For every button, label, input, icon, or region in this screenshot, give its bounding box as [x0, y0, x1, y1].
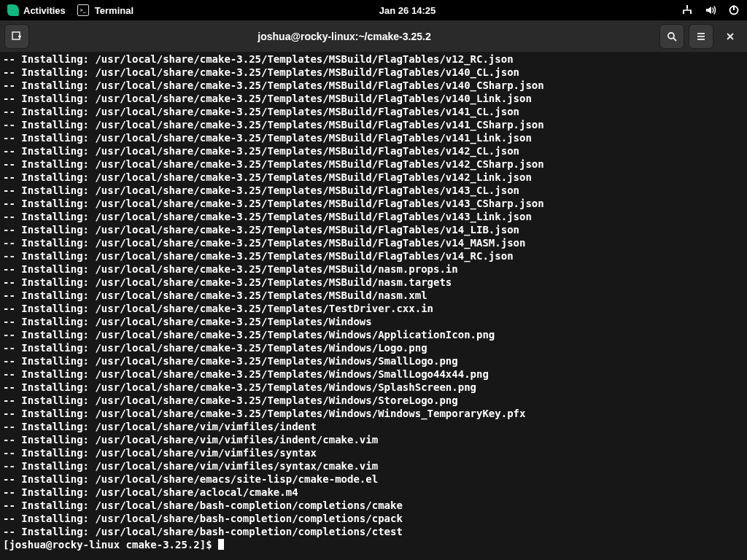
terminal-output-line: -- Installing: /usr/local/share/cmake-3.…	[3, 105, 744, 118]
terminal-output-line: -- Installing: /usr/local/share/cmake-3.…	[3, 223, 744, 236]
terminal-output-line: -- Installing: /usr/local/share/cmake-3.…	[3, 79, 744, 92]
distro-logo-icon	[7, 4, 19, 16]
terminal-output-line: -- Installing: /usr/local/share/vim/vimf…	[3, 459, 744, 472]
terminal-icon: >_	[77, 4, 89, 16]
terminal-output-line: -- Installing: /usr/local/share/cmake-3.…	[3, 131, 744, 144]
activities-label: Activities	[23, 5, 66, 16]
app-menu-label: Terminal	[95, 5, 133, 16]
close-button[interactable]	[718, 24, 743, 49]
terminal-output-line: -- Installing: /usr/local/share/cmake-3.…	[3, 315, 744, 328]
terminal-output-line: -- Installing: /usr/local/share/bash-com…	[3, 512, 744, 525]
terminal-output-line: -- Installing: /usr/local/share/cmake-3.…	[3, 118, 744, 131]
terminal-output-line: -- Installing: /usr/local/share/cmake-3.…	[3, 144, 744, 158]
terminal-viewport[interactable]: -- Installing: /usr/local/share/cmake-3.…	[0, 52, 747, 560]
terminal-output-line: -- Installing: /usr/local/share/cmake-3.…	[3, 262, 744, 276]
svg-rect-5	[12, 32, 20, 39]
terminal-output-line: -- Installing: /usr/local/share/cmake-3.…	[3, 354, 744, 368]
terminal-output-line: -- Installing: /usr/local/share/emacs/si…	[3, 472, 744, 486]
terminal-output-line: -- Installing: /usr/local/share/cmake-3.…	[3, 197, 744, 210]
shell-prompt: [joshua@rocky-linux cmake-3.25.2]$	[3, 539, 218, 551]
terminal-output-line: -- Installing: /usr/local/share/vim/vimf…	[3, 446, 744, 459]
terminal-output-line: -- Installing: /usr/local/share/bash-com…	[3, 525, 744, 538]
svg-rect-2	[690, 11, 692, 14]
new-tab-button[interactable]	[4, 24, 29, 49]
svg-point-8	[668, 33, 674, 39]
terminal-output-line: -- Installing: /usr/local/share/bash-com…	[3, 499, 744, 512]
terminal-output-line: -- Installing: /usr/local/share/cmake-3.…	[3, 249, 744, 262]
terminal-output-line: -- Installing: /usr/local/share/cmake-3.…	[3, 276, 744, 289]
hamburger-menu-button[interactable]	[689, 24, 713, 49]
terminal-output-line: -- Installing: /usr/local/share/cmake-3.…	[3, 210, 744, 223]
svg-line-9	[673, 38, 676, 41]
network-icon[interactable]	[681, 4, 693, 16]
terminal-output-line: -- Installing: /usr/local/share/cmake-3.…	[3, 92, 744, 105]
svg-rect-1	[683, 11, 684, 14]
activities-button[interactable]: Activities	[7, 4, 66, 16]
terminal-output-line: -- Installing: /usr/local/share/aclocal/…	[3, 486, 744, 499]
terminal-output-line: -- Installing: /usr/local/share/cmake-3.…	[3, 381, 744, 394]
app-menu[interactable]: >_ Terminal	[77, 4, 133, 16]
terminal-output-line: -- Installing: /usr/local/share/cmake-3.…	[3, 289, 744, 302]
gnome-top-panel: Activities >_ Terminal Jan 26 14:25	[0, 0, 747, 20]
terminal-output-line: -- Installing: /usr/local/share/vim/vimf…	[3, 420, 744, 433]
terminal-prompt-line[interactable]: [joshua@rocky-linux cmake-3.25.2]$	[3, 538, 744, 551]
terminal-output-line: -- Installing: /usr/local/share/cmake-3.…	[3, 368, 744, 381]
search-button[interactable]	[659, 24, 684, 49]
terminal-output-line: -- Installing: /usr/local/share/cmake-3.…	[3, 171, 744, 184]
terminal-output-line: -- Installing: /usr/local/share/cmake-3.…	[3, 158, 744, 171]
terminal-output-line: -- Installing: /usr/local/share/cmake-3.…	[3, 52, 744, 66]
power-icon[interactable]	[728, 4, 740, 16]
window-title: joshua@rocky-linux:~/cmake-3.25.2	[34, 31, 655, 42]
terminal-output-line: -- Installing: /usr/local/share/cmake-3.…	[3, 394, 744, 407]
volume-icon[interactable]	[705, 4, 716, 16]
terminal-output-line: -- Installing: /usr/local/share/cmake-3.…	[3, 302, 744, 315]
svg-rect-0	[686, 5, 688, 8]
clock[interactable]: Jan 26 14:25	[379, 5, 436, 16]
terminal-output-line: -- Installing: /usr/local/share/cmake-3.…	[3, 66, 744, 79]
terminal-output-line: -- Installing: /usr/local/share/cmake-3.…	[3, 184, 744, 197]
cursor-icon	[218, 539, 224, 550]
terminal-output-line: -- Installing: /usr/local/share/vim/vimf…	[3, 433, 744, 446]
window-headerbar: joshua@rocky-linux:~/cmake-3.25.2	[0, 20, 747, 52]
terminal-output-line: -- Installing: /usr/local/share/cmake-3.…	[3, 236, 744, 249]
terminal-output-line: -- Installing: /usr/local/share/cmake-3.…	[3, 328, 744, 341]
terminal-output-line: -- Installing: /usr/local/share/cmake-3.…	[3, 341, 744, 354]
terminal-output-line: -- Installing: /usr/local/share/cmake-3.…	[3, 407, 744, 420]
